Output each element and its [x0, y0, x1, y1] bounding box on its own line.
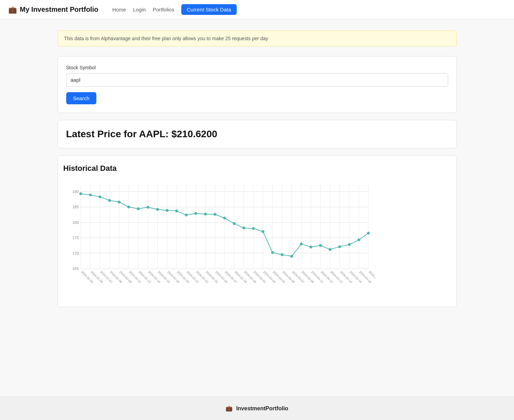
footer: 💼 InvestmentPortfolio [0, 396, 514, 420]
nav-login[interactable]: Login [133, 7, 146, 12]
banner-text: This data is from Alphavantage and their… [64, 36, 268, 41]
svg-point-71 [348, 243, 350, 246]
svg-point-64 [281, 253, 284, 256]
svg-point-46 [108, 199, 111, 202]
chart-card: Historical Data 1651701751801851902024-0… [58, 155, 457, 307]
svg-point-45 [98, 195, 101, 198]
price-card: Latest Price for AAPL: $210.6200 [58, 120, 457, 148]
svg-point-44 [89, 194, 92, 196]
stock-symbol-input[interactable] [66, 73, 448, 87]
svg-point-43 [79, 192, 82, 195]
svg-point-55 [194, 212, 197, 215]
chart-title: Historical Data [63, 164, 451, 173]
info-banner: This data is from Alphavantage and their… [58, 30, 457, 46]
svg-point-57 [214, 213, 216, 216]
svg-point-70 [338, 245, 341, 248]
footer-icon: 💼 [226, 405, 233, 412]
svg-point-51 [156, 208, 159, 211]
svg-point-53 [175, 210, 178, 212]
svg-text:175: 175 [72, 236, 78, 240]
svg-point-65 [290, 255, 293, 257]
svg-point-68 [319, 244, 322, 247]
chart-wrap: 1651701751801851902024-02-052024-02-0620… [63, 178, 451, 301]
svg-point-59 [233, 222, 235, 225]
search-card: Stock Symbol Search [58, 56, 457, 113]
svg-point-49 [137, 208, 140, 210]
nav-links: Home Login Portfolios Current Stock Data [112, 4, 237, 15]
brand: 💼 My Investment Portfolio [8, 6, 98, 14]
svg-point-66 [300, 243, 303, 245]
svg-text:165: 165 [72, 266, 78, 271]
footer-label: InvestmentPortfolio [236, 405, 288, 412]
svg-point-62 [261, 230, 264, 233]
svg-point-60 [242, 227, 245, 229]
svg-point-63 [271, 251, 274, 254]
stock-chart: 1651701751801851902024-02-052024-02-0620… [63, 178, 375, 300]
svg-text:180: 180 [72, 220, 78, 225]
svg-point-54 [185, 213, 188, 216]
nav-current-stock-data[interactable]: Current Stock Data [181, 4, 237, 15]
svg-point-72 [357, 238, 360, 241]
brand-name: My Investment Portfolio [20, 6, 98, 14]
svg-point-61 [252, 227, 255, 230]
nav-portfolios[interactable]: Portfolios [153, 7, 174, 12]
svg-point-67 [310, 246, 312, 248]
svg-point-58 [223, 217, 226, 219]
stock-symbol-label: Stock Symbol [66, 65, 448, 70]
svg-text:185: 185 [72, 205, 78, 209]
svg-point-48 [127, 205, 130, 208]
brand-icon: 💼 [8, 6, 17, 14]
svg-point-52 [166, 209, 168, 212]
search-button[interactable]: Search [66, 92, 97, 104]
svg-point-47 [117, 201, 120, 203]
svg-text:190: 190 [72, 190, 78, 194]
latest-price-heading: Latest Price for AAPL: $210.6200 [66, 129, 448, 140]
svg-point-73 [367, 232, 370, 235]
nav-home[interactable]: Home [112, 7, 126, 12]
svg-point-50 [146, 206, 149, 209]
main-content: This data is from Alphavantage and their… [49, 19, 465, 396]
svg-point-69 [329, 248, 331, 251]
svg-text:170: 170 [72, 251, 78, 255]
svg-point-56 [204, 213, 207, 216]
